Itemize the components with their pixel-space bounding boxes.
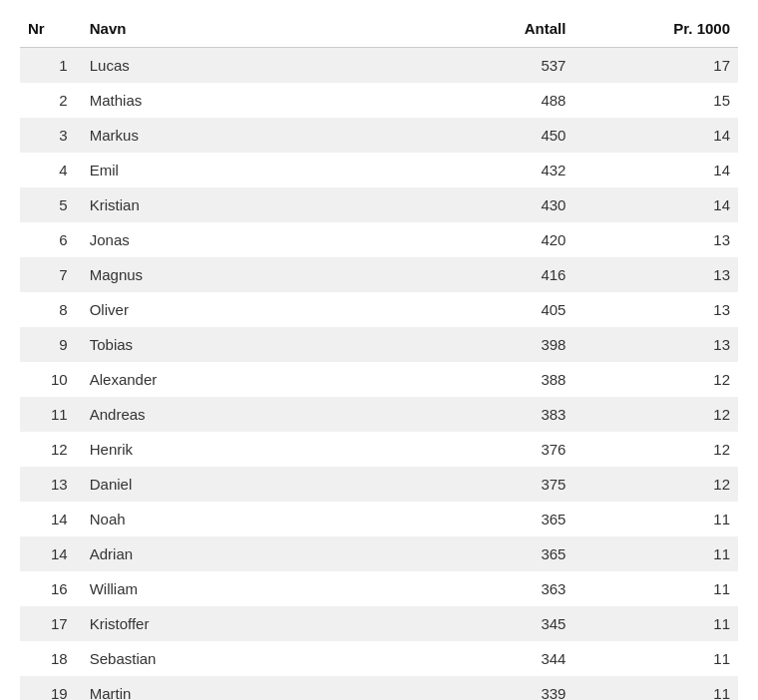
cell-nr: 5 — [20, 187, 82, 222]
cell-navn: Markus — [82, 118, 390, 153]
cell-navn: Martin — [82, 676, 390, 700]
cell-navn: Oliver — [82, 292, 390, 327]
cell-nr: 19 — [20, 676, 82, 700]
cell-nr: 6 — [20, 222, 82, 257]
cell-pr1000: 14 — [573, 187, 738, 222]
cell-navn: Alexander — [82, 362, 390, 397]
cell-navn: Jonas — [82, 222, 390, 257]
cell-pr1000: 12 — [573, 467, 738, 502]
cell-navn: Daniel — [82, 467, 390, 502]
cell-antall: 365 — [389, 502, 573, 536]
table-row: 12Henrik37612 — [20, 432, 738, 467]
table-row: 14Adrian36511 — [20, 536, 738, 571]
cell-antall: 375 — [389, 467, 573, 502]
cell-antall: 383 — [389, 397, 573, 432]
cell-navn: William — [82, 571, 390, 606]
cell-antall: 365 — [389, 536, 573, 571]
cell-navn: Kristoffer — [82, 606, 390, 641]
cell-nr: 16 — [20, 571, 82, 606]
table-row: 14Noah36511 — [20, 502, 738, 536]
cell-pr1000: 11 — [573, 571, 738, 606]
cell-nr: 2 — [20, 83, 82, 118]
cell-pr1000: 12 — [573, 397, 738, 432]
header-antall: Antall — [389, 10, 573, 48]
header-pr1000: Pr. 1000 — [573, 10, 738, 48]
cell-pr1000: 15 — [573, 83, 738, 118]
cell-antall: 376 — [389, 432, 573, 467]
cell-nr: 7 — [20, 257, 82, 292]
cell-nr: 14 — [20, 502, 82, 536]
cell-nr: 11 — [20, 397, 82, 432]
cell-nr: 17 — [20, 606, 82, 641]
cell-pr1000: 12 — [573, 432, 738, 467]
cell-pr1000: 13 — [573, 327, 738, 362]
cell-antall: 398 — [389, 327, 573, 362]
table-row: 7Magnus41613 — [20, 257, 738, 292]
cell-antall: 405 — [389, 292, 573, 327]
table-row: 16William36311 — [20, 571, 738, 606]
cell-pr1000: 11 — [573, 641, 738, 676]
cell-pr1000: 14 — [573, 153, 738, 187]
cell-pr1000: 17 — [573, 48, 738, 84]
table-container: Nr Navn Antall Pr. 1000 1Lucas537172Math… — [0, 0, 758, 700]
cell-pr1000: 11 — [573, 502, 738, 536]
names-table: Nr Navn Antall Pr. 1000 1Lucas537172Math… — [20, 10, 738, 700]
table-row: 5Kristian43014 — [20, 187, 738, 222]
table-row: 9Tobias39813 — [20, 327, 738, 362]
table-row: 4Emil43214 — [20, 153, 738, 187]
cell-antall: 488 — [389, 83, 573, 118]
cell-nr: 1 — [20, 48, 82, 84]
cell-antall: 420 — [389, 222, 573, 257]
cell-navn: Emil — [82, 153, 390, 187]
cell-pr1000: 13 — [573, 222, 738, 257]
cell-antall: 339 — [389, 676, 573, 700]
cell-pr1000: 11 — [573, 606, 738, 641]
cell-antall: 363 — [389, 571, 573, 606]
cell-navn: Magnus — [82, 257, 390, 292]
cell-antall: 344 — [389, 641, 573, 676]
cell-antall: 432 — [389, 153, 573, 187]
table-row: 2Mathias48815 — [20, 83, 738, 118]
cell-pr1000: 14 — [573, 118, 738, 153]
cell-navn: Mathias — [82, 83, 390, 118]
cell-nr: 13 — [20, 467, 82, 502]
cell-nr: 12 — [20, 432, 82, 467]
cell-nr: 18 — [20, 641, 82, 676]
table-row: 17Kristoffer34511 — [20, 606, 738, 641]
table-row: 11Andreas38312 — [20, 397, 738, 432]
cell-antall: 345 — [389, 606, 573, 641]
cell-nr: 8 — [20, 292, 82, 327]
cell-navn: Andreas — [82, 397, 390, 432]
table-row: 18Sebastian34411 — [20, 641, 738, 676]
cell-pr1000: 11 — [573, 676, 738, 700]
cell-navn: Sebastian — [82, 641, 390, 676]
cell-navn: Lucas — [82, 48, 390, 84]
table-row: 19Martin33911 — [20, 676, 738, 700]
table-header-row: Nr Navn Antall Pr. 1000 — [20, 10, 738, 48]
cell-antall: 416 — [389, 257, 573, 292]
table-row: 10Alexander38812 — [20, 362, 738, 397]
cell-pr1000: 11 — [573, 536, 738, 571]
table-row: 6Jonas42013 — [20, 222, 738, 257]
cell-antall: 450 — [389, 118, 573, 153]
cell-navn: Noah — [82, 502, 390, 536]
cell-navn: Kristian — [82, 187, 390, 222]
cell-nr: 10 — [20, 362, 82, 397]
cell-antall: 537 — [389, 48, 573, 84]
cell-navn: Adrian — [82, 536, 390, 571]
cell-nr: 9 — [20, 327, 82, 362]
table-row: 1Lucas53717 — [20, 48, 738, 84]
cell-antall: 388 — [389, 362, 573, 397]
cell-nr: 4 — [20, 153, 82, 187]
table-row: 3Markus45014 — [20, 118, 738, 153]
cell-navn: Tobias — [82, 327, 390, 362]
cell-nr: 14 — [20, 536, 82, 571]
cell-pr1000: 13 — [573, 257, 738, 292]
cell-nr: 3 — [20, 118, 82, 153]
table-row: 8Oliver40513 — [20, 292, 738, 327]
cell-pr1000: 13 — [573, 292, 738, 327]
header-navn: Navn — [82, 10, 390, 48]
cell-pr1000: 12 — [573, 362, 738, 397]
cell-antall: 430 — [389, 187, 573, 222]
cell-navn: Henrik — [82, 432, 390, 467]
